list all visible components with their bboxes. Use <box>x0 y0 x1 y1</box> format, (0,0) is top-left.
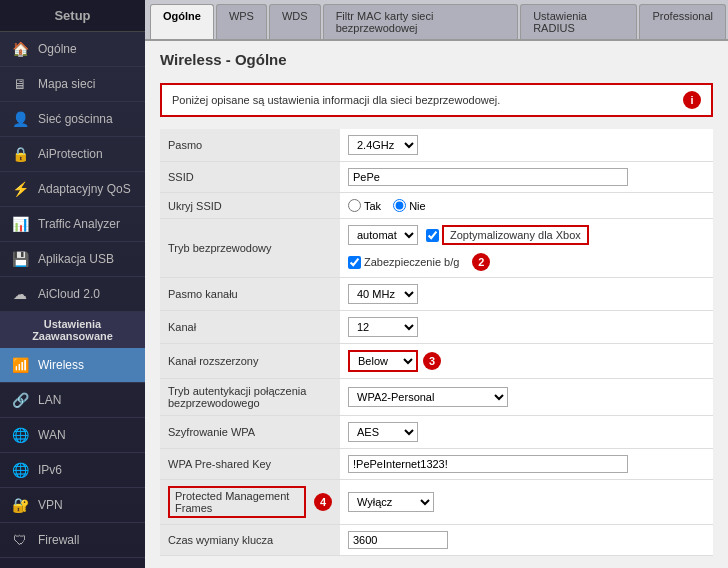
field-label-pasmo: Pasmo <box>160 129 340 162</box>
lan-icon: 🔗 <box>10 390 30 410</box>
pasmo-kanalu-select[interactable]: 20 MHz 40 MHz <box>348 284 418 304</box>
field-label-ukryj-ssid: Ukryj SSID <box>160 193 340 219</box>
sidebar-item-ipv6[interactable]: 🌐 IPv6 <box>0 453 145 488</box>
field-value-kanal: 12345 678910 111213 <box>340 311 713 344</box>
field-value-kanal-rozszerzony: Below Above 3 <box>340 344 713 379</box>
kanal-rozszerzony-select[interactable]: Below Above <box>348 350 418 372</box>
info-badge: i <box>683 91 701 109</box>
tab-professional[interactable]: Professional <box>639 4 726 39</box>
vpn-icon: 🔐 <box>10 495 30 515</box>
field-value-wpa-key <box>340 449 713 480</box>
sidebar-label: AiCloud 2.0 <box>38 287 100 301</box>
sidebar-label: VPN <box>38 498 63 512</box>
field-value-ssid <box>340 162 713 193</box>
apply-row: Zastosuj <box>160 556 713 568</box>
tab-wds[interactable]: WDS <box>269 4 321 39</box>
table-row: Kanał rozszerzony Below Above 3 <box>160 344 713 379</box>
sidebar-label: Adaptacyjny QoS <box>38 182 131 196</box>
sidebar-label: Mapa sieci <box>38 77 95 91</box>
field-label-pasmo-kanalu: Pasmo kanału <box>160 278 340 311</box>
sidebar-label: AiProtection <box>38 147 103 161</box>
radio-tak[interactable]: Tak <box>348 199 381 212</box>
home-icon: 🏠 <box>10 39 30 59</box>
field-label-czas-wymiany: Czas wymiany klucza <box>160 525 340 556</box>
tryb-select[interactable]: automat <box>348 225 418 245</box>
field-label-wpa-key: WPA Pre-shared Key <box>160 449 340 480</box>
szyfrowanie-wpa-select[interactable]: AES TKIP <box>348 422 418 442</box>
page-title: Wireless - Ogólne <box>160 51 713 73</box>
sidebar-label: Sieć gościnna <box>38 112 113 126</box>
sidebar-item-aiprotection[interactable]: 🔒 AiProtection <box>0 137 145 172</box>
pasmo-select[interactable]: 2.4GHz 5GHz <box>348 135 418 155</box>
sidebar-label: Traffic Analyzer <box>38 217 120 231</box>
kanal-select[interactable]: 12345 678910 111213 <box>348 317 418 337</box>
sidebar-item-traffic-analyzer[interactable]: 📊 Traffic Analyzer <box>0 207 145 242</box>
main-content: Ogólne WPS WDS Filtr MAC karty sieci bez… <box>145 0 728 568</box>
xbox-checkbox-label[interactable]: Zoptymalizowany dla Xbox <box>426 225 589 245</box>
sidebar-item-firewall[interactable]: 🛡 Firewall <box>0 523 145 558</box>
sidebar-item-mapa-sieci[interactable]: 🖥 Mapa sieci <box>0 67 145 102</box>
field-value-pmf: Wyłącz Włącz Wymagane <box>340 480 713 525</box>
table-row: SSID <box>160 162 713 193</box>
radio-nie-input[interactable] <box>393 199 406 212</box>
ukryj-ssid-radio-group: Tak Nie <box>348 199 705 212</box>
pmf-label-row: Protected Management Frames 4 <box>168 486 332 518</box>
field-value-czas-wymiany <box>340 525 713 556</box>
field-label-tryb: Tryb bezprzewodowy <box>160 219 340 278</box>
tryb-auth-select[interactable]: WPA2-Personal WPA-Personal WPA2-Enterpri… <box>348 387 508 407</box>
wpa-key-input[interactable] <box>348 455 628 473</box>
field-value-pasmo-kanalu: 20 MHz 40 MHz <box>340 278 713 311</box>
kanal-rozszerzony-badge: 3 <box>423 352 441 370</box>
sidebar-item-aicloud[interactable]: ☁ AiCloud 2.0 <box>0 277 145 312</box>
pmf-select[interactable]: Wyłącz Włącz Wymagane <box>348 492 434 512</box>
qos-icon: ⚡ <box>10 179 30 199</box>
field-value-szyfrowanie-wpa: AES TKIP <box>340 416 713 449</box>
sidebar-header: Setup <box>0 0 145 32</box>
field-label-ssid: SSID <box>160 162 340 193</box>
sidebar-item-lan[interactable]: 🔗 LAN <box>0 383 145 418</box>
tab-radius[interactable]: Ustawienia RADIUS <box>520 4 637 39</box>
czas-wymiany-input[interactable] <box>348 531 448 549</box>
info-box: Poniżej opisane są ustawienia informacji… <box>160 83 713 117</box>
sidebar-item-wan[interactable]: 🌐 WAN <box>0 418 145 453</box>
sidebar-item-wireless[interactable]: 📶 Wireless <box>0 348 145 383</box>
shield-icon: 🔒 <box>10 144 30 164</box>
sidebar-item-adaptacyjny-qos[interactable]: ⚡ Adaptacyjny QoS <box>0 172 145 207</box>
table-row: Tryb autentykacji połączenia bezprzewodo… <box>160 379 713 416</box>
sidebar-label: LAN <box>38 393 61 407</box>
radio-nie[interactable]: Nie <box>393 199 426 212</box>
tab-ogolne[interactable]: Ogólne <box>150 4 214 39</box>
guest-icon: 👤 <box>10 109 30 129</box>
traffic-icon: 📊 <box>10 214 30 234</box>
tryb-row: automat Zoptymalizowany dla Xbox Zabezpi… <box>348 225 705 271</box>
pmf-label: Protected Management Frames <box>168 486 306 518</box>
bg-badge: Zabezpieczenie b/g <box>364 256 459 268</box>
usb-icon: 💾 <box>10 249 30 269</box>
ssid-input[interactable] <box>348 168 628 186</box>
table-row: Ukryj SSID Tak Nie <box>160 193 713 219</box>
wifi-icon: 📶 <box>10 355 30 375</box>
table-row: Kanał 12345 678910 111213 <box>160 311 713 344</box>
tab-wps[interactable]: WPS <box>216 4 267 39</box>
bg-checkbox[interactable] <box>348 256 361 269</box>
field-label-pmf: Protected Management Frames 4 <box>160 480 340 525</box>
radio-tak-input[interactable] <box>348 199 361 212</box>
sidebar-item-ogolne[interactable]: 🏠 Ogólne <box>0 32 145 67</box>
tab-filtr-mac[interactable]: Filtr MAC karty sieci bezprzewodowej <box>323 4 519 39</box>
xbox-badge: Zoptymalizowany dla Xbox <box>442 225 589 245</box>
table-row: Pasmo kanału 20 MHz 40 MHz <box>160 278 713 311</box>
tryb-badge: 2 <box>472 253 490 271</box>
field-value-tryb: automat Zoptymalizowany dla Xbox Zabezpi… <box>340 219 713 278</box>
ipv6-icon: 🌐 <box>10 460 30 480</box>
sidebar-item-siec-gosci[interactable]: 👤 Sieć gościnna <box>0 102 145 137</box>
tab-bar: Ogólne WPS WDS Filtr MAC karty sieci bez… <box>145 0 728 41</box>
bg-checkbox-label[interactable]: Zabezpieczenie b/g <box>348 256 459 269</box>
sidebar-item-vpn[interactable]: 🔐 VPN <box>0 488 145 523</box>
field-value-ukryj-ssid: Tak Nie <box>340 193 713 219</box>
content-area: Wireless - Ogólne Poniżej opisane są ust… <box>145 41 728 568</box>
advanced-header: Ustawienia Zaawansowane <box>0 312 145 348</box>
table-row: Pasmo 2.4GHz 5GHz <box>160 129 713 162</box>
wan-icon: 🌐 <box>10 425 30 445</box>
sidebar-item-aplikacja-usb[interactable]: 💾 Aplikacja USB <box>0 242 145 277</box>
xbox-checkbox[interactable] <box>426 229 439 242</box>
